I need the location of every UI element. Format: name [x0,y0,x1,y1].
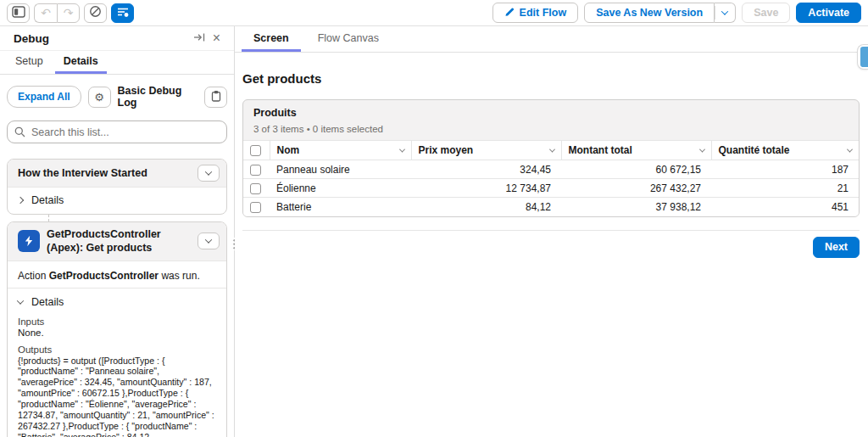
tab-details-label: Details [64,55,98,67]
tab-screen-label: Screen [253,32,289,44]
save-button[interactable]: Save [742,3,790,23]
tab-setup[interactable]: Setup [7,51,52,74]
debug-panel-tabs: Setup Details [0,51,234,75]
column-header-montant-total[interactable]: Montant total [561,141,711,160]
save-as-split-button: Save As New Version [584,3,736,23]
column-label: Prix moyen [419,144,474,156]
cell-nom: Éolienne [270,179,411,198]
prohibit-icon [89,5,102,20]
screen-footer: Next [242,230,860,258]
row-checkbox[interactable] [250,202,261,213]
debug-panel: Debug × Setup Details [0,26,235,437]
right-panel-toggle[interactable] [857,44,868,70]
apex-card-header: GetProductsController (Apex): Get produc… [8,222,226,261]
chevron-down-icon [17,297,24,304]
chevron-down-icon [721,8,728,14]
debug-log-options-button[interactable] [111,3,134,23]
toggle-panel-button[interactable] [7,3,30,23]
tab-screen[interactable]: Screen [242,26,301,52]
products-table-card: Produits 3 of 3 items • 0 items selected… [242,99,860,217]
column-menu-chevron-icon[interactable] [698,146,704,152]
debug-cards: How the Interview Started Details [0,143,234,437]
tab-flow-canvas-label: Flow Canvas [318,32,379,44]
apex-card-body: Action GetProductsController was run. De… [8,261,226,437]
debug-panel-header: Debug × [0,26,234,51]
close-panel-button[interactable]: × [209,30,224,47]
cell-nom: Panneau solaire [270,160,411,179]
row-checkbox[interactable] [250,165,261,176]
cell-quantite-totale: 451 [711,198,859,216]
table-row: Panneau solaire 324,45 60 672,15 187 [243,160,859,179]
cell-montant-total: 267 432,27 [561,179,711,198]
screen-tabs: Screen Flow Canvas [235,26,868,53]
column-header-prix-moyen[interactable]: Prix moyen [411,141,561,160]
redo-button[interactable]: ↷ [57,3,80,23]
cell-prix-moyen: 84,12 [411,198,561,216]
apex-details-toggle[interactable]: Details [18,289,216,314]
save-as-new-version-button[interactable]: Save As New Version [584,3,715,23]
apex-card-title: GetProductsController (Apex): Get produc… [47,227,191,255]
chevron-right-icon [17,197,24,204]
outputs-label: Outputs [18,345,216,355]
cell-nom: Batterie [270,198,411,216]
top-toolbar: ↶ ↷ Edit Flow [0,0,868,26]
next-label: Next [825,241,848,253]
disable-elements-button[interactable] [84,3,107,23]
toolbar-left-icons: ↶ ↷ [7,3,134,23]
undo-button[interactable]: ↶ [34,3,57,23]
column-header-quantite-totale[interactable]: Quantité totale [711,141,859,160]
toolbar-right-buttons: Edit Flow Save As New Version Save Activ… [492,3,861,23]
next-button[interactable]: Next [813,237,860,258]
column-menu-chevron-icon[interactable] [548,146,554,152]
apex-action-card: GetProductsController (Apex): Get produc… [7,221,227,437]
select-all-checkbox[interactable] [250,145,261,156]
row-checkbox[interactable] [250,183,261,194]
chevron-down-icon [205,168,212,175]
column-menu-chevron-icon[interactable] [847,146,853,152]
copy-log-button[interactable] [204,87,227,108]
undo-icon: ↶ [41,7,51,19]
apex-lightning-icon [18,230,40,252]
tab-setup-label: Setup [15,55,43,67]
action-suffix: was run. [159,270,200,282]
chevron-down-icon [205,237,212,244]
table-header-row: Nom Prix moyen Montant total Quantité to… [243,141,859,160]
debug-settings-button[interactable]: ⚙ [88,87,111,108]
table-card-header: Produits 3 of 3 items • 0 items selected [243,100,859,140]
expand-all-button[interactable]: Expand All [7,86,81,108]
save-as-dropdown-button[interactable] [715,3,736,23]
products-table: Nom Prix moyen Montant total Quantité to… [243,140,859,216]
interview-card-menu-button[interactable] [198,165,220,182]
details-label: Details [31,296,64,308]
search-row [0,109,234,143]
interview-card-title: How the Interview Started [18,166,191,180]
details-label: Details [31,194,64,206]
close-icon: × [213,31,220,45]
activate-button[interactable]: Activate [796,3,861,23]
edit-flow-label: Edit Flow [520,7,567,19]
apex-card-menu-button[interactable] [198,233,220,249]
screen-heading: Get products [242,71,860,86]
dock-panel-button[interactable] [190,31,209,46]
screen-body: Get products Produits 3 of 3 items • 0 i… [235,53,868,258]
column-header-nom[interactable]: Nom [270,141,411,160]
tab-flow-canvas[interactable]: Flow Canvas [306,26,391,52]
expand-all-label: Expand All [18,91,70,103]
undo-redo-group: ↶ ↷ [34,3,80,23]
edit-flow-button[interactable]: Edit Flow [492,3,579,23]
gear-icon: ⚙ [94,91,104,104]
screen-panel: Screen Flow Canvas Get products Produits… [235,26,868,437]
search-input[interactable] [7,120,227,143]
debug-log-icon [116,6,130,20]
outputs-value: {!products} = output ([ProductType : { "… [18,356,216,437]
interview-details-toggle[interactable]: Details [18,194,216,206]
column-menu-chevron-icon[interactable] [398,146,404,152]
inputs-label: Inputs [18,317,216,327]
column-label: Quantité totale [719,144,790,156]
save-label: Save [754,7,778,19]
tab-details[interactable]: Details [55,51,107,74]
save-as-new-version-label: Save As New Version [596,7,703,19]
interview-card-body: Details [8,188,226,214]
debug-log-name: Basic Debug Log [118,85,198,109]
table-row: Batterie 84,12 37 938,12 451 [243,198,859,216]
